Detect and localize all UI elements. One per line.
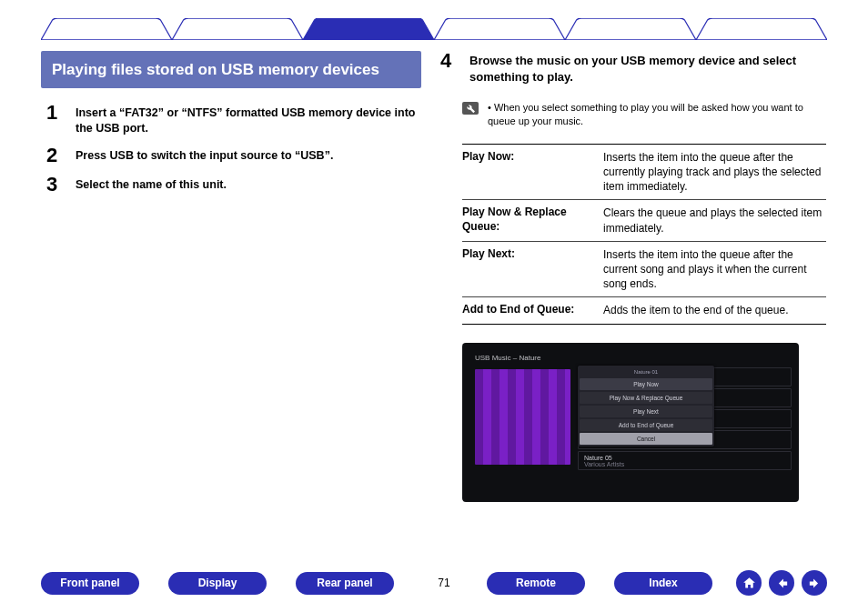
album-art-thumbnail: [475, 369, 570, 465]
rear-panel-button[interactable]: Rear panel: [296, 572, 394, 595]
note: When you select something to play you wi…: [462, 101, 826, 129]
playlist: Nature 01Various Artists Nature 02Variou…: [578, 367, 792, 484]
step-3: 3 Select the name of this unit.: [41, 175, 421, 195]
step-text: Press USB to switch the input source to …: [76, 145, 333, 166]
step-number: 4: [435, 51, 457, 85]
step-2: 2 Press USB to switch the input source t…: [41, 145, 421, 166]
step-number: 2: [41, 145, 63, 166]
prev-page-icon[interactable]: [769, 570, 794, 596]
queue-options-table: Play Now: Inserts the item into the queu…: [462, 144, 826, 325]
table-row: Play Now: Inserts the item into the queu…: [462, 145, 826, 201]
tab-playback[interactable]: Playback: [303, 18, 434, 40]
top-tabs: Contents Connections Playback Settings T…: [41, 18, 827, 40]
screenshot-breadcrumb: USB Music – Nature: [475, 354, 792, 362]
footer: Front panel Display Rear panel 71 Remote…: [41, 570, 827, 596]
next-page-icon[interactable]: [802, 570, 827, 596]
popup-title: Nature 01: [580, 367, 712, 376]
popup-option-add-end: Add to End of Queue: [580, 419, 712, 431]
step-1: 1 Insert a “FAT32” or “NTFS” formatted U…: [41, 103, 421, 136]
popup-option-play-next: Play Next: [580, 406, 712, 417]
list-item: Nature 05Various Artists: [578, 451, 792, 470]
wrench-icon: [462, 102, 479, 115]
step-text: Insert a “FAT32” or “NTFS” formatted USB…: [76, 103, 421, 136]
tab-contents[interactable]: Contents: [41, 18, 172, 40]
left-column: Playing files stored on USB memory devic…: [41, 51, 421, 204]
device-screenshot: USB Music – Nature Nature 01Various Arti…: [462, 343, 799, 502]
option-label: Add to End of Queue:: [462, 297, 603, 323]
page-number: 71: [423, 577, 465, 589]
tab-connections[interactable]: Connections: [172, 18, 303, 40]
tab-settings[interactable]: Settings: [434, 18, 565, 40]
option-desc: Adds the item to the end of the queue.: [603, 297, 788, 323]
tab-appendix[interactable]: Appendix: [696, 18, 827, 40]
remote-button[interactable]: Remote: [487, 572, 585, 595]
table-row: Play Next: Inserts the item into the que…: [462, 242, 826, 298]
tab-tips[interactable]: Tips: [565, 18, 696, 40]
option-label: Play Now:: [462, 145, 603, 200]
step-text: Select the name of this unit.: [76, 175, 227, 195]
popup-option-replace: Play Now & Replace Queue: [580, 392, 712, 404]
section-title: Playing files stored on USB memory devic…: [41, 51, 421, 88]
home-icon[interactable]: [736, 570, 762, 596]
option-desc: Inserts the item into the queue after th…: [603, 145, 826, 200]
step-number: 3: [41, 175, 63, 195]
note-text: When you select something to play you wi…: [488, 101, 826, 129]
option-label: Play Now & Replace Queue:: [462, 200, 603, 240]
index-button[interactable]: Index: [614, 572, 712, 595]
table-row: Play Now & Replace Queue: Clears the que…: [462, 200, 826, 241]
right-column: 4 Browse the music on your USB memory de…: [435, 51, 826, 502]
option-desc: Clears the queue and plays the selected …: [603, 200, 826, 240]
option-label: Play Next:: [462, 242, 603, 297]
front-panel-button[interactable]: Front panel: [41, 572, 139, 595]
popup-option-play-now: Play Now: [580, 378, 712, 390]
option-desc: Inserts the item into the queue after th…: [603, 242, 826, 297]
step-number: 1: [41, 103, 63, 136]
popup-option-cancel: Cancel: [580, 433, 712, 445]
nav-icons: [736, 570, 827, 596]
step-4: 4 Browse the music on your USB memory de…: [435, 51, 826, 85]
display-button[interactable]: Display: [168, 572, 267, 595]
queue-popup: Nature 01 Play Now Play Now & Replace Qu…: [578, 366, 714, 446]
table-row: Add to End of Queue: Adds the item to th…: [462, 297, 826, 324]
step-text: Browse the music on your USB memory devi…: [469, 51, 826, 85]
